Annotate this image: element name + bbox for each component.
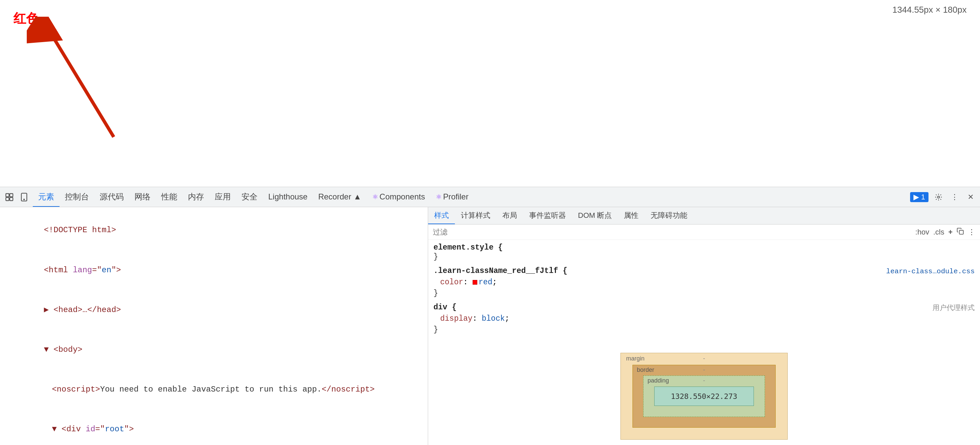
- tab-recorder[interactable]: Recorder ▲: [313, 187, 367, 207]
- settings-icon[interactable]: [932, 191, 945, 203]
- style-rule-element: element.style { }: [433, 243, 975, 261]
- html-line-body: ▼ <body>: [0, 330, 428, 370]
- tab-styles[interactable]: 样式: [428, 207, 455, 224]
- page-red-arrow: [27, 17, 140, 145]
- more-styles-icon[interactable]: ⋮: [968, 228, 975, 236]
- page-red-label: 红色: [13, 10, 39, 27]
- add-style-button[interactable]: +: [948, 228, 953, 236]
- style-close-div: }: [433, 325, 975, 334]
- styles-filter-input[interactable]: [433, 228, 915, 236]
- tab-yuansu[interactable]: 元素: [33, 187, 59, 207]
- browser-viewport: 红色 1344.55px × 180px: [0, 0, 980, 187]
- inspect-icon[interactable]: [3, 191, 15, 203]
- copy-icon[interactable]: [956, 228, 964, 237]
- html-line-html: <html lang="en">: [0, 250, 428, 290]
- styles-filter-bar: :hov .cls + ⋮: [428, 225, 980, 240]
- svg-rect-5: [10, 198, 13, 200]
- html-line-noscript: <noscript>You need to enable JavaScript …: [0, 370, 428, 410]
- tab-components[interactable]: ⚛ Components: [367, 187, 431, 207]
- box-model-container: margin - border - padding - 1328.5: [428, 347, 980, 445]
- tab-wangluo[interactable]: 网络: [129, 187, 156, 207]
- tab-dom-breakpoints[interactable]: DOM 断点: [572, 207, 618, 224]
- console-badge[interactable]: ▶ 1: [910, 192, 929, 202]
- styles-panel: 样式 计算样式 布局 事件监听器 DOM 断点 属性 无障碍功能: [428, 207, 980, 445]
- devtools-panel: 元素 控制台 源代码 网络 性能 内存 应用 安全 Lighthouse Rec…: [0, 187, 980, 445]
- tab-lighthouse[interactable]: Lighthouse: [263, 187, 313, 207]
- tab-profiler[interactable]: ⚛ Profiler: [431, 187, 474, 207]
- devtools-tab-bar: 元素 控制台 源代码 网络 性能 内存 应用 安全 Lighthouse Rec…: [0, 187, 980, 207]
- style-source-classname[interactable]: learn-class…odule.css: [886, 268, 975, 275]
- box-content: 1328.550×22.273: [654, 386, 754, 406]
- tab-xingneng[interactable]: 性能: [156, 187, 183, 207]
- filter-actions: :hov .cls + ⋮: [915, 228, 975, 237]
- tab-event-listeners[interactable]: 事件监听器: [523, 207, 572, 224]
- margin-label: margin: [626, 355, 644, 362]
- device-icon[interactable]: [18, 191, 30, 203]
- style-close-classname: }: [433, 289, 975, 298]
- html-panel: <!DOCTYPE html> <html lang="en"> ▶ <head…: [0, 207, 428, 445]
- devtools-body: <!DOCTYPE html> <html lang="en"> ▶ <head…: [0, 207, 980, 445]
- color-swatch-red[interactable]: [473, 280, 477, 285]
- devtools-right-controls: ▶ 1 ⋮ ✕: [910, 191, 977, 203]
- cls-button[interactable]: .cls: [933, 228, 944, 236]
- tab-kongzhitai[interactable]: 控制台: [59, 187, 94, 207]
- style-rule-div: div { 用户代理样式 display: block; }: [433, 303, 975, 334]
- style-prop-color: color: red;: [433, 276, 975, 289]
- svg-rect-11: [959, 230, 963, 234]
- box-model: margin - border - padding - 1328.5: [620, 353, 788, 440]
- style-selector-div: div {: [433, 303, 457, 312]
- box-dimension: 1328.550×22.273: [671, 392, 738, 401]
- style-prop-display: display: block;: [433, 312, 975, 325]
- tab-attributes[interactable]: 属性: [618, 207, 644, 224]
- tab-yingyong[interactable]: 应用: [209, 187, 236, 207]
- tab-computed[interactable]: 计算样式: [455, 207, 496, 224]
- styles-content: element.style { } .learn-className_red__…: [428, 240, 980, 347]
- svg-rect-2: [6, 193, 9, 196]
- tab-yuandaima[interactable]: 源代码: [94, 187, 129, 207]
- hov-button[interactable]: :hov: [915, 228, 929, 236]
- svg-point-7: [24, 199, 24, 200]
- svg-rect-3: [10, 193, 13, 196]
- style-rule-learned: .learn-className_red__fJtlf { learn-clas…: [433, 267, 975, 298]
- close-icon[interactable]: ✕: [965, 191, 977, 203]
- html-line-root: ▼ <div id="root">: [0, 410, 428, 445]
- user-agent-label: 用户代理样式: [932, 303, 975, 312]
- svg-point-8: [937, 196, 940, 198]
- dimension-label: 1344.55px × 180px: [892, 5, 967, 15]
- tab-anquan[interactable]: 安全: [236, 187, 263, 207]
- tab-accessibility[interactable]: 无障碍功能: [644, 207, 694, 224]
- style-selector-element: element.style {: [433, 243, 975, 252]
- html-line-doctype: <!DOCTYPE html>: [0, 211, 428, 250]
- tab-neicun[interactable]: 内存: [183, 187, 209, 207]
- tab-layout[interactable]: 布局: [496, 207, 523, 224]
- svg-line-1: [47, 27, 114, 137]
- html-line-head: ▶ <head>…</head>: [0, 290, 428, 330]
- styles-tabs: 样式 计算样式 布局 事件监听器 DOM 断点 属性 无障碍功能: [428, 207, 980, 225]
- svg-rect-4: [6, 198, 9, 200]
- style-close-element: }: [433, 253, 975, 261]
- box-padding: padding - 1328.550×22.273: [643, 375, 765, 417]
- more-icon[interactable]: ⋮: [948, 191, 961, 203]
- style-selector-classname: .learn-className_red__fJtlf {: [433, 267, 567, 275]
